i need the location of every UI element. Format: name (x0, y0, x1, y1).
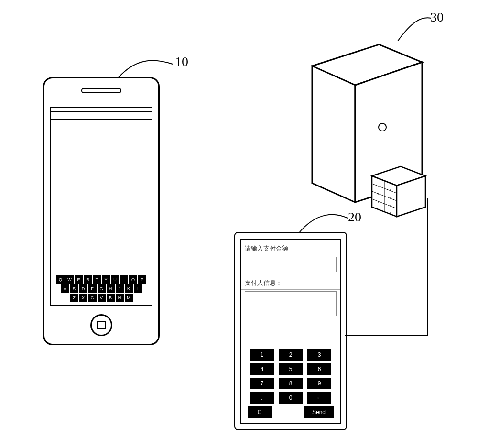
terminal-screen: 请输入支付金额 支付人信息： 1 2 3 4 5 6 7 (240, 239, 341, 424)
phone-screen: Q W E R T Y U I O P A S D F G H (50, 107, 152, 306)
svg-point-3 (379, 123, 386, 131)
key-k[interactable]: K (125, 284, 133, 293)
key-j[interactable]: J (116, 284, 124, 293)
numkey-dot[interactable]: . (250, 392, 274, 404)
numkey-7[interactable]: 7 (250, 378, 274, 389)
key-a[interactable]: A (61, 284, 69, 293)
key-n[interactable]: N (116, 294, 124, 302)
amount-label: 请输入支付金额 (245, 244, 288, 253)
payer-info-box[interactable] (245, 291, 337, 316)
key-o[interactable]: O (129, 275, 137, 284)
numkey-5[interactable]: 5 (279, 363, 303, 375)
home-button-icon (97, 321, 106, 329)
home-button[interactable] (90, 314, 112, 336)
payment-terminal: 请输入支付金额 支付人信息： 1 2 3 4 5 6 7 (234, 232, 347, 430)
key-m[interactable]: M (125, 294, 133, 302)
key-z[interactable]: Z (70, 294, 78, 302)
key-s[interactable]: S (70, 284, 78, 293)
key-i[interactable]: I (120, 275, 128, 284)
numkey-6[interactable]: 6 (307, 363, 331, 375)
numkey-1[interactable]: 1 (250, 349, 274, 361)
numkey-0[interactable]: 0 (279, 392, 303, 404)
key-d[interactable]: D (79, 284, 87, 293)
numkey-8[interactable]: 8 (279, 378, 303, 389)
numeric-keypad: 1 2 3 4 5 6 7 8 9 . 0 ← (247, 349, 335, 418)
payer-info-label: 支付人信息： (245, 279, 282, 287)
mobile-phone: Q W E R T Y U I O P A S D F G H (43, 77, 160, 345)
key-u[interactable]: U (111, 275, 119, 284)
numkey-9[interactable]: 9 (307, 378, 331, 389)
key-y[interactable]: Y (102, 275, 110, 284)
key-l[interactable]: L (134, 284, 142, 293)
numkey-4[interactable]: 4 (250, 363, 274, 375)
qwerty-keyboard: Q W E R T Y U I O P A S D F G H (54, 274, 149, 302)
numkey-clear[interactable]: C (248, 406, 272, 418)
key-e[interactable]: E (75, 275, 83, 284)
screen-top-bar (51, 111, 152, 120)
key-b[interactable]: B (107, 294, 115, 302)
diagram-stage: 10 30 20 Q W E R T Y U I (0, 0, 478, 448)
earpiece (81, 88, 121, 93)
key-t[interactable]: T (93, 275, 101, 284)
reference-label-phone: 10 (175, 54, 188, 69)
key-r[interactable]: R (84, 275, 92, 284)
key-v[interactable]: V (98, 294, 106, 302)
server-with-firewall (291, 28, 444, 224)
connector-vertical (427, 198, 428, 336)
numkey-2[interactable]: 2 (279, 349, 303, 361)
key-w[interactable]: W (65, 275, 74, 284)
key-g[interactable]: G (98, 284, 106, 293)
connector-horizontal (345, 335, 428, 336)
numkey-send[interactable]: Send (304, 406, 334, 418)
key-c[interactable]: C (88, 294, 97, 302)
key-h[interactable]: H (107, 284, 115, 293)
key-p[interactable]: P (138, 275, 146, 284)
amount-input[interactable] (245, 257, 337, 272)
key-f[interactable]: F (88, 284, 97, 293)
key-q[interactable]: Q (56, 275, 65, 284)
svg-marker-1 (312, 66, 355, 202)
numkey-backspace[interactable]: ← (307, 392, 331, 404)
key-x[interactable]: X (79, 294, 87, 302)
numkey-3[interactable]: 3 (307, 349, 331, 361)
